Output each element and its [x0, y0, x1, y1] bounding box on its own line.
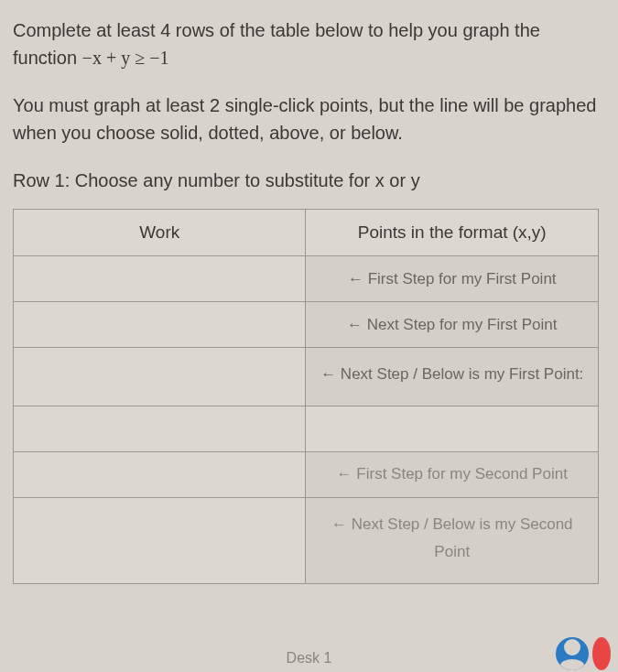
table-row: ← Next Step / Below is my Second Point — [14, 497, 599, 583]
row-1-label: Row 1: Choose any number to substitute f… — [13, 167, 605, 194]
points-cell: ← Next Step / Below is my Second Point — [306, 497, 599, 583]
work-cell[interactable] — [14, 451, 306, 497]
instruction-paragraph-1: Complete at least 4 rows of the table be… — [13, 16, 605, 71]
points-cell[interactable] — [306, 406, 599, 451]
points-cell: ← First Step for my Second Point — [306, 451, 599, 497]
header-points: Points in the format (x,y) — [306, 210, 599, 256]
work-cell[interactable] — [14, 348, 306, 406]
table-row: ← Next Step / Below is my First Point: — [14, 348, 599, 406]
red-circle-icon[interactable] — [592, 637, 611, 670]
work-cell[interactable] — [14, 497, 306, 583]
work-cell[interactable] — [14, 302, 306, 348]
table-row: ← First Step for my Second Point — [14, 451, 599, 497]
work-cell[interactable] — [14, 406, 306, 451]
bottom-icons — [556, 637, 611, 670]
instruction-paragraph-2: You must graph at least 2 single-click p… — [13, 92, 605, 146]
work-points-table: Work Points in the format (x,y) ← First … — [13, 209, 599, 584]
avatar-icon[interactable] — [556, 637, 589, 670]
desk-label: Desk 1 — [287, 650, 332, 667]
points-cell: ← First Step for my First Point — [306, 256, 599, 302]
table-row: ← Next Step for my First Point — [14, 302, 599, 348]
points-cell: ← Next Step for my First Point — [306, 302, 599, 348]
math-expression: −x + y ≥ −1 — [82, 48, 169, 68]
work-cell[interactable] — [14, 256, 306, 302]
header-work: Work — [14, 210, 306, 256]
table-row — [14, 406, 599, 451]
table-row: ← First Step for my First Point — [14, 256, 599, 302]
points-cell: ← Next Step / Below is my First Point: — [306, 348, 599, 406]
